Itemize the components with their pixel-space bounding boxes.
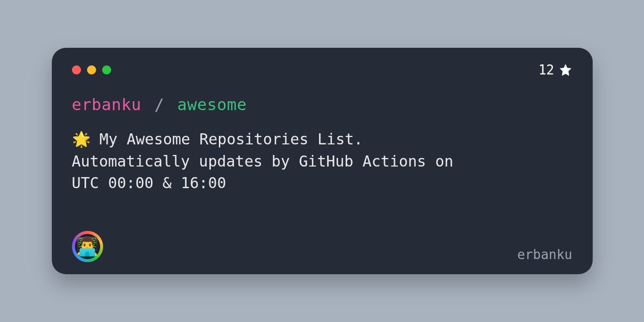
topbar: 12: [72, 64, 573, 76]
star-icon: [558, 63, 573, 77]
username-label[interactable]: erbanku: [517, 247, 573, 262]
close-icon[interactable]: [72, 65, 81, 74]
footer: 👨‍💻 erbanku: [72, 231, 573, 262]
repo-name[interactable]: awesome: [177, 95, 247, 114]
zoom-icon[interactable]: [102, 65, 111, 74]
avatar[interactable]: 👨‍💻: [72, 231, 103, 262]
minimize-icon[interactable]: [87, 65, 96, 74]
star-count-value: 12: [538, 62, 554, 77]
avatar-emoji: 👨‍💻: [76, 236, 99, 257]
traffic-lights: [72, 65, 111, 74]
repo-title: erbanku / awesome: [72, 95, 573, 114]
star-count: 12: [538, 62, 572, 77]
repo-owner[interactable]: erbanku: [72, 95, 141, 114]
title-separator: /: [154, 95, 165, 114]
repo-description: 🌟 My Awesome Repositories List. Automati…: [72, 128, 535, 194]
repo-card: 12 erbanku / awesome 🌟 My Awesome Reposi…: [52, 48, 593, 274]
